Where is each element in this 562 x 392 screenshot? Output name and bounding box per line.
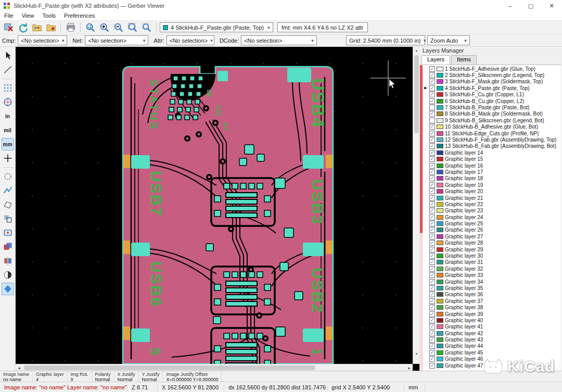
layer-visibility-checkbox[interactable]: ✓ <box>429 285 435 291</box>
dcode-select[interactable]: <No selection> ▾ <box>241 35 317 45</box>
layer-visibility-checkbox[interactable]: ✓ <box>429 163 435 169</box>
layer-color-swatch[interactable] <box>437 337 443 342</box>
diff-mode-button[interactable] <box>2 241 14 253</box>
layer-visibility-checkbox[interactable]: ✓ <box>429 234 435 239</box>
layer-visibility-checkbox[interactable]: ✓ <box>429 131 435 136</box>
grid-select[interactable]: Grid: 2.5400 mm (0.1000 in) ▾ <box>346 35 425 45</box>
menu-view[interactable]: View <box>18 11 39 20</box>
layer-visibility-checkbox[interactable]: ✓ <box>429 298 435 304</box>
layer-row[interactable]: ✓Graphic layer 22 <box>423 201 561 207</box>
print-button[interactable] <box>64 21 77 33</box>
layer-visibility-checkbox[interactable]: ✓ <box>429 201 435 207</box>
layer-color-swatch[interactable] <box>437 215 443 220</box>
show-dcodes-button[interactable] <box>2 226 14 239</box>
zoom-in-button[interactable] <box>98 21 111 33</box>
layer-row[interactable]: ✓Graphic layer 15 <box>423 156 561 162</box>
layer-color-swatch[interactable] <box>437 344 443 348</box>
layer-visibility-checkbox[interactable]: ✓ <box>429 169 435 175</box>
layer-color-swatch[interactable] <box>437 292 443 297</box>
layers-scroll-thumb[interactable] <box>420 65 423 233</box>
layer-visibility-checkbox[interactable]: ✓ <box>429 331 435 336</box>
layer-visibility-checkbox[interactable]: ✓ <box>429 85 435 91</box>
zoom-select[interactable]: Zoom Auto ▾ <box>427 35 470 45</box>
zoom-redraw-button[interactable] <box>84 21 97 33</box>
cursor-shape-button[interactable] <box>2 152 14 165</box>
layer-visibility-checkbox[interactable]: ✓ <box>429 208 435 213</box>
layer-visibility-checkbox[interactable]: ✓ <box>429 227 435 233</box>
layer-row[interactable]: ✓12 StickHub-F_Fab.gbr (AssemblyDrawing,… <box>423 136 561 143</box>
layer-visibility-checkbox[interactable]: ✓ <box>429 98 435 104</box>
layer-row[interactable]: ✓Graphic layer 21 <box>423 195 561 201</box>
scroll-right-icon[interactable]: ▶ <box>406 364 413 371</box>
layer-row[interactable]: ✓Graphic layer 34 <box>423 279 561 285</box>
layer-row[interactable]: ✓Graphic layer 29 <box>423 246 561 252</box>
layer-color-swatch[interactable] <box>437 118 443 123</box>
layer-color-swatch[interactable] <box>437 73 443 78</box>
layer-color-swatch[interactable] <box>437 124 443 129</box>
layer-visibility-checkbox[interactable]: ✓ <box>429 195 435 201</box>
layer-row[interactable]: ✓Graphic layer 40 <box>423 317 561 323</box>
vertical-scroll-thumb[interactable] <box>414 55 419 133</box>
layer-color-swatch[interactable] <box>437 247 443 252</box>
layer-color-swatch[interactable] <box>437 208 443 213</box>
layer-row[interactable]: ✓Graphic layer 33 <box>423 272 561 279</box>
layer-visibility-checkbox[interactable]: ✓ <box>429 66 435 72</box>
layer-color-swatch[interactable] <box>437 67 443 71</box>
layer-row[interactable]: ✓Graphic layer 17 <box>423 169 561 175</box>
net-select[interactable]: <No selection> ▾ <box>85 35 148 45</box>
layer-color-swatch[interactable] <box>437 105 443 110</box>
layer-row[interactable]: ✓Graphic layer 25 <box>423 220 561 226</box>
layer-row[interactable]: ✓Graphic layer 35 <box>423 285 561 291</box>
layer-row[interactable]: ✓Graphic layer 30 <box>423 252 561 259</box>
layer-row[interactable]: ✓Graphic layer 38 <box>423 304 561 310</box>
layer-color-swatch[interactable] <box>437 196 443 200</box>
layer-color-swatch[interactable] <box>437 357 443 361</box>
layer-visibility-checkbox[interactable]: ✓ <box>429 188 435 194</box>
pcb-render[interactable]: STATUS USB7 USB6 5 USB4 USB3 USB2 1 D8 C… <box>16 47 413 364</box>
sketch-polygons-button[interactable] <box>2 198 14 211</box>
layer-row[interactable]: ▶✓4 StickHub-F_Paste.gbr (Paste, Top) <box>423 85 561 91</box>
layer-row[interactable]: 7 StickHub-B_Paste.gbr (Paste, Bot) <box>423 104 561 110</box>
sketch-flashed-button[interactable] <box>2 170 14 183</box>
flip-view-button[interactable] <box>2 255 14 267</box>
layer-visibility-checkbox[interactable]: ✓ <box>429 272 435 278</box>
layer-color-swatch[interactable] <box>437 350 443 355</box>
layer-row[interactable]: ✓Graphic layer 41 <box>423 324 561 330</box>
layer-row[interactable]: ✓5 StickHub-F_Cu.gbr (Copper, L1) <box>423 92 561 98</box>
layer-row[interactable]: ✓Graphic layer 45 <box>423 349 561 356</box>
layer-row[interactable]: ✓6 StickHub-B_Cu.gbr (Copper, L2) <box>423 98 561 104</box>
layer-visibility-checkbox[interactable]: ✓ <box>429 292 435 297</box>
tab-items[interactable]: Items <box>451 55 477 65</box>
layer-color-swatch[interactable] <box>437 331 443 336</box>
open-gerber-button[interactable] <box>30 21 43 33</box>
layers-manager-toggle-button[interactable] <box>2 283 14 295</box>
layer-visibility-checkbox[interactable]: ✓ <box>429 311 435 317</box>
cmp-select[interactable]: <No selection> ▾ <box>18 35 67 45</box>
reload-gerbers-button[interactable] <box>16 21 29 33</box>
layer-color-swatch[interactable] <box>437 137 443 142</box>
layer-row[interactable]: ✓Graphic layer 39 <box>423 311 561 317</box>
layer-row[interactable]: ✓10 StickHub-B_Adhesive.gbr (Glue, Bot) <box>423 124 561 130</box>
layer-row[interactable]: ✓Graphic layer 32 <box>423 265 561 272</box>
layer-row[interactable]: ✓Graphic layer 18 <box>423 175 561 182</box>
canvas-area[interactable]: STATUS USB7 USB6 5 USB4 USB3 USB2 1 D8 C… <box>16 47 419 371</box>
layer-visibility-checkbox[interactable]: ✓ <box>429 337 435 343</box>
layer-color-swatch[interactable] <box>437 176 443 181</box>
layer-visibility-checkbox[interactable]: ✓ <box>429 350 435 356</box>
sketch-lines-button[interactable] <box>2 184 14 197</box>
layer-visibility-checkbox[interactable]: ✓ <box>429 318 435 323</box>
scroll-left-icon[interactable]: ◀ <box>16 364 22 371</box>
layer-color-swatch[interactable] <box>437 227 443 232</box>
layer-row[interactable]: ✓Graphic layer 42 <box>423 330 561 336</box>
layer-visibility-checkbox[interactable]: ✓ <box>429 363 435 369</box>
zoom-selection-button[interactable] <box>140 21 153 33</box>
menu-file[interactable]: File <box>0 11 18 20</box>
layer-visibility-checkbox[interactable]: ✓ <box>429 79 435 84</box>
layer-color-swatch[interactable] <box>437 183 443 187</box>
layer-visibility-checkbox[interactable]: ✓ <box>429 259 435 265</box>
layer-row[interactable]: ✓Graphic layer 20 <box>423 188 561 194</box>
layer-color-swatch[interactable] <box>437 305 443 310</box>
layer-row[interactable]: ✓Graphic layer 23 <box>423 208 561 214</box>
layer-row[interactable]: ✓11 StickHub-Edge_Cuts.gbr (Profile, NP) <box>423 130 561 136</box>
layer-visibility-checkbox[interactable]: ✓ <box>429 150 435 156</box>
